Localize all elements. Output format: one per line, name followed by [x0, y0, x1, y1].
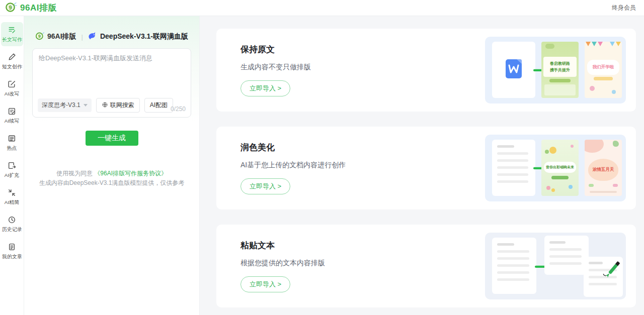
app-title: 96AI排版: [20, 2, 57, 14]
composer-controls: 深度思考-V3.1 联网搜索 AI配图: [38, 98, 173, 113]
doc-expand-icon: [8, 161, 16, 170]
article-icon: [8, 243, 16, 251]
composer-brand: 9 96AI排版: [35, 31, 76, 42]
sidebar-item-short-writing[interactable]: 短文创作: [1, 49, 23, 73]
thinking-model-select[interactable]: 深度思考-V3.1: [38, 98, 92, 112]
globe-icon: [102, 101, 108, 110]
agreement-prefix: 使用视为同意: [56, 170, 94, 177]
snail-logo-icon: 9: [5, 1, 17, 15]
poster-thumbnail: 我们开学啦: [585, 42, 622, 98]
card-illustration: 春启教研路 携手共提升 我们开学啦: [485, 37, 626, 103]
poster-thumbnail: 春启教研路 携手共提升: [541, 42, 579, 98]
sidebar-item-history[interactable]: 历史记录: [1, 212, 23, 236]
word-doc-icon: [505, 58, 523, 81]
composer-footnote: 使用视为同意 《96AI排版写作服务协议》 生成内容由DeepSeek-V3.1…: [32, 169, 191, 188]
newspaper-icon: [8, 134, 16, 143]
char-counter: 0/250: [171, 106, 186, 113]
deepseek-whale-icon: [88, 32, 98, 42]
card-desc: 生成内容不变只做排版: [240, 63, 311, 72]
card-illustration: 音你出彩唱响未来 浓情五月天: [485, 135, 626, 201]
sidebar-item-ai-expand[interactable]: AI扩充: [1, 158, 23, 182]
sidebar-item-ai-rewrite[interactable]: AI改写: [1, 76, 23, 100]
import-now-button[interactable]: 立即导入 >: [240, 80, 290, 96]
app-logo: 9 96AI排版: [5, 1, 57, 15]
sidebar-item-ai-continue[interactable]: AI续写: [1, 103, 23, 128]
sidebar-item-ai-condense[interactable]: AI精简: [1, 185, 23, 209]
lifetime-member-link[interactable]: 终身会员: [612, 4, 636, 12]
poster-thumbnail: 音你出彩唱响未来: [541, 140, 579, 196]
pen-icon: [603, 259, 622, 283]
card-title: 润色美化: [240, 142, 346, 153]
sidebar-item-hot-topics[interactable]: 热点: [1, 131, 23, 155]
card-paste-text: 粘贴文本 根据您提供的文本内容排版 立即导入 >: [216, 225, 636, 307]
compress-icon: [8, 188, 16, 197]
card-polish-beautify: 润色美化 AI基于您上传的文档内容进行创作 立即导入 >: [216, 127, 636, 209]
clock-icon: [8, 216, 16, 224]
doc-list-icon: [8, 26, 16, 34]
agreement-link[interactable]: 《96AI排版写作服务协议》: [94, 170, 167, 177]
card-desc: AI基于您上传的文档内容进行创作: [240, 161, 346, 170]
prompt-textarea[interactable]: [39, 54, 185, 93]
card-keep-original: 保持原文 生成内容不变只做排版 立即导入 >: [216, 29, 636, 112]
caret-down-icon: [84, 104, 88, 107]
composer-header: 9 96AI排版 | DeepSeek-V3.1-联网满血版: [32, 16, 191, 42]
web-search-toggle[interactable]: 联网搜索: [96, 98, 140, 113]
card-text: 保持原文 生成内容不变只做排版 立即导入 >: [240, 44, 311, 96]
card-illustration: [485, 233, 626, 299]
card-title: 粘贴文本: [240, 240, 325, 251]
sidebar: 长文写作 短文创作 AI改写: [0, 16, 24, 315]
disclaimer-text: 生成内容由DeepSeek-V3.1满血版模型提供，仅供参考: [32, 178, 191, 188]
prompt-input-box: 深度思考-V3.1 联网搜索 AI配图 0/250: [32, 48, 191, 118]
import-now-button[interactable]: 立即导入 >: [240, 276, 290, 292]
composer-panel: 9 96AI排版 | DeepSeek-V3.1-联网满血版: [24, 16, 200, 315]
pencil-icon: [8, 53, 16, 61]
header-divider: |: [80, 33, 84, 41]
card-text: 粘贴文本 根据您提供的文本内容排版 立即导入 >: [240, 240, 325, 292]
svg-text:9: 9: [38, 34, 41, 39]
svg-text:9: 9: [9, 4, 12, 10]
bunting-flags: [585, 42, 622, 50]
snail-logo-icon: 9: [35, 31, 45, 42]
sidebar-item-long-writing[interactable]: 长文写作: [1, 22, 23, 46]
card-title: 保持原文: [240, 44, 311, 55]
card-text: 润色美化 AI基于您上传的文档内容进行创作 立即导入 >: [240, 142, 346, 194]
model-badge: DeepSeek-V3.1-联网满血版: [88, 32, 188, 42]
edit-square-icon: [8, 80, 16, 88]
sidebar-item-my-articles[interactable]: 我的文章: [1, 239, 23, 263]
import-now-button[interactable]: 立即导入 >: [240, 178, 290, 194]
doc-write-icon: [8, 107, 16, 116]
import-options: 保持原文 生成内容不变只做排版 立即导入 >: [200, 16, 644, 315]
poster-thumbnail: 浓情五月天: [585, 140, 622, 196]
generate-button[interactable]: 一键生成: [86, 131, 138, 146]
top-header: 9 96AI排版 终身会员: [0, 0, 644, 16]
ai-image-toggle[interactable]: AI配图: [144, 98, 173, 113]
card-desc: 根据您提供的文本内容排版: [240, 259, 325, 268]
